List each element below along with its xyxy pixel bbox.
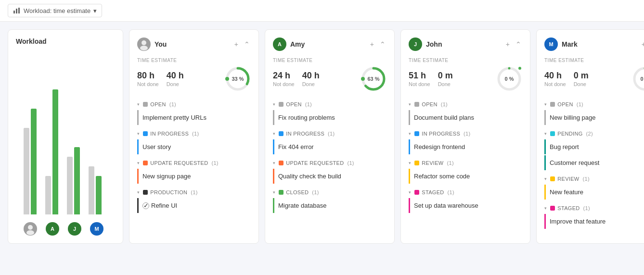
- chevron-down-icon: ▾: [137, 131, 140, 136]
- section-header[interactable]: ▾ CLOSED (1): [273, 188, 386, 197]
- task-item[interactable]: User story: [137, 139, 251, 154]
- section-header[interactable]: ▾ IN PROGRESS (1): [137, 129, 251, 138]
- section-header[interactable]: ▾ OPEN (1): [544, 100, 644, 109]
- donut-chart: 63 %: [361, 66, 386, 92]
- workload-dropdown-button[interactable]: Workload: time estimate ▾: [8, 4, 102, 17]
- avatar-mark: M: [90, 222, 103, 236]
- done-value: 40 h Done: [167, 71, 184, 87]
- svg-point-5: [142, 40, 146, 45]
- time-estimate-label: TIME ESTIMATE: [137, 58, 251, 63]
- section-header[interactable]: ▾ PRODUCTION (1): [137, 188, 251, 197]
- done-label: Done: [167, 81, 184, 87]
- add-button[interactable]: +: [641, 39, 644, 49]
- chevron-down-icon: ▾: [273, 161, 275, 165]
- section-header[interactable]: ▾ REVIEW (1): [409, 158, 522, 168]
- done-value: 40 h Done: [302, 71, 320, 87]
- task-item[interactable]: Customer request: [544, 155, 644, 170]
- person-header: You + ⌃: [137, 38, 251, 51]
- section-group-staged: ▾ STAGED (1) Improve that feature: [544, 203, 644, 229]
- done-number: 0 m: [574, 71, 589, 81]
- time-estimate-label: TIME ESTIMATE: [273, 58, 386, 63]
- section-group-review: ▾ REVIEW (1) Refactor some code: [409, 158, 522, 184]
- section-dot: [414, 161, 419, 165]
- chevron-down-icon: ▾: [137, 102, 140, 107]
- collapse-button[interactable]: ⌃: [515, 39, 522, 49]
- add-button[interactable]: +: [505, 39, 511, 49]
- person-name: Amy: [290, 40, 305, 48]
- section-name: OPEN: [557, 101, 573, 107]
- donut-chart: 0 %: [496, 66, 522, 92]
- section-name: PENDING: [557, 131, 582, 137]
- section-header[interactable]: ▾ STAGED (1): [409, 188, 522, 197]
- section-header[interactable]: ▾ IN PROGRESS (1): [273, 129, 386, 138]
- task-item[interactable]: Fix routing problems: [273, 110, 386, 125]
- donut-percent-label: 0 %: [505, 76, 514, 82]
- task-item[interactable]: Bug report: [544, 139, 644, 154]
- collapse-button[interactable]: ⌃: [243, 39, 251, 49]
- svg-point-3: [28, 225, 33, 230]
- svg-point-9: [225, 77, 229, 81]
- section-name: IN PROGRESS: [286, 131, 324, 137]
- chevron-down-icon: ▾: [409, 102, 411, 107]
- add-button[interactable]: +: [369, 39, 375, 49]
- section-header[interactable]: ▾ STAGED (1): [544, 203, 644, 213]
- done-number: 0 m: [438, 71, 453, 81]
- section-header[interactable]: ▾ REVIEW (1): [544, 174, 644, 184]
- section-header[interactable]: ▾ PENDING (2): [544, 129, 644, 138]
- task-item[interactable]: Migrate database: [273, 198, 386, 213]
- sections: ▾ OPEN (1) Fix routing problems ▾ IN PRO…: [273, 100, 386, 217]
- task-item[interactable]: ✓Refine UI: [137, 198, 251, 213]
- chevron-down-icon: ▾: [137, 190, 140, 195]
- section-group-production: ▾ PRODUCTION (1) ✓Refine UI: [137, 188, 251, 213]
- section-header[interactable]: ▾ UPDATE REQUESTED (1): [273, 158, 386, 168]
- collapse-button[interactable]: ⌃: [379, 39, 386, 49]
- task-item[interactable]: Redesign frontend: [409, 139, 522, 154]
- person-column-amy: A Amy + ⌃ TIME ESTIMATE 24 h Not done 40…: [265, 29, 395, 244]
- section-header[interactable]: ▾ IN PROGRESS (1): [409, 129, 522, 138]
- time-estimate-values: 40 h Not done 0 m Done 0 %: [544, 66, 644, 92]
- bar-green-2: [52, 89, 58, 214]
- section-header[interactable]: ▾ UPDATE REQUESTED (1): [137, 158, 251, 168]
- section-header[interactable]: ▾ OPEN (1): [137, 100, 251, 109]
- person-header-actions: + ⌃: [369, 39, 386, 49]
- task-item[interactable]: New billing page: [544, 110, 644, 125]
- section-header[interactable]: ▾ OPEN (1): [409, 100, 522, 109]
- person-column-john: J John + ⌃ TIME ESTIMATE 51 h Not done 0…: [400, 29, 530, 244]
- section-name: IN PROGRESS: [422, 131, 460, 137]
- task-item[interactable]: Document build plans: [409, 110, 522, 125]
- section-group-open: ▾ OPEN (1) Document build plans: [409, 100, 522, 125]
- section-count: (1): [191, 189, 197, 195]
- add-button[interactable]: +: [233, 39, 239, 49]
- workload-label: Workload: time estimate: [24, 7, 90, 14]
- person-header: M Mark + ⌃: [544, 38, 644, 51]
- task-item[interactable]: Fix 404 error: [273, 139, 386, 154]
- section-dot: [550, 102, 555, 107]
- done-value: 0 m Done: [438, 71, 453, 87]
- done-number: 40 h: [302, 71, 320, 81]
- task-item[interactable]: Implement pretty URLs: [137, 110, 251, 125]
- section-group-staged: ▾ STAGED (1) Set up data warehouse: [409, 188, 522, 213]
- avatar-amy: A: [46, 222, 59, 236]
- task-item[interactable]: Refactor some code: [409, 169, 522, 184]
- task-item[interactable]: New feature: [544, 185, 644, 200]
- task-item[interactable]: New signup page: [137, 169, 251, 184]
- time-estimate-section: TIME ESTIMATE 80 h Not done 40 h Done 33…: [137, 58, 251, 92]
- bar-group-4: [89, 70, 102, 214]
- task-label: New feature: [550, 188, 583, 196]
- bar-gray-4: [89, 166, 94, 214]
- task-label: Improve that feature: [550, 218, 605, 225]
- task-item[interactable]: Quality check the build: [273, 169, 386, 184]
- section-group-in-progress: ▾ IN PROGRESS (1) Fix 404 error: [273, 129, 386, 154]
- section-group-update-requested: ▾ UPDATE REQUESTED (1) Quality check the…: [273, 158, 386, 184]
- task-item[interactable]: Set up data warehouse: [409, 198, 522, 213]
- chevron-down-icon: ▾: [273, 102, 275, 107]
- section-group-in-progress: ▾ IN PROGRESS (1) User story: [137, 129, 251, 154]
- section-dot: [550, 206, 555, 211]
- task-label: Fix routing problems: [278, 114, 335, 121]
- svg-point-4: [26, 230, 34, 235]
- sections: ▾ OPEN (1) Document build plans ▾ IN PRO…: [409, 100, 522, 217]
- donut-percent-label: 63 %: [367, 76, 379, 82]
- person-column-you: You + ⌃ TIME ESTIMATE 80 h Not done 40 h…: [129, 29, 259, 244]
- task-item[interactable]: Improve that feature: [544, 214, 644, 229]
- section-header[interactable]: ▾ OPEN (1): [273, 100, 386, 109]
